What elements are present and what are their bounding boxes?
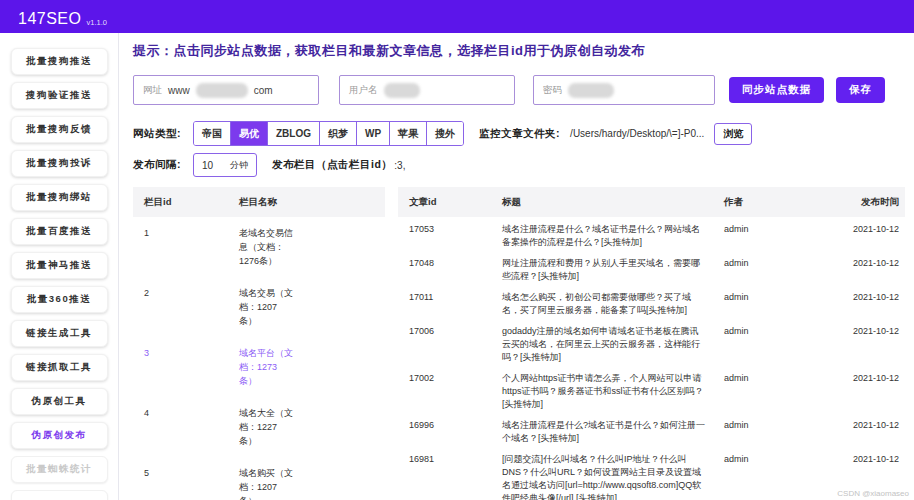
article-author-cell: admin xyxy=(713,372,801,411)
site-type-tab-4[interactable]: WP xyxy=(356,122,389,145)
article-id-cell: 17011 xyxy=(398,291,491,317)
sidebar-item-12: 批量蜘蛛统计 xyxy=(11,456,108,483)
article-date-cell: 2021-10-12 xyxy=(801,223,905,249)
watermark: CSDN @xiaomaseo xyxy=(837,489,909,498)
article-id-cell: 17002 xyxy=(398,372,491,411)
sidebar-item-6[interactable]: 批量神马推送 xyxy=(11,252,108,279)
column-id-header: 栏目id xyxy=(133,196,228,209)
article-author-cell: admin xyxy=(713,419,801,445)
sidebar-item-label: 伪原创发布 xyxy=(32,429,87,442)
publish-column-value: :3, xyxy=(394,160,405,171)
article-title-cell: 域名怎么购买，初创公司都需要做哪些？买了域名，买了阿里云服务器，能备案了吗[头推… xyxy=(491,291,713,317)
article-row: 17011 域名怎么购买，初创公司都需要做哪些？买了域名，买了阿里云服务器，能备… xyxy=(398,289,905,319)
sidebar-item-8[interactable]: 链接生成工具 xyxy=(11,320,108,347)
article-title-header: 标题 xyxy=(491,196,713,209)
article-date-cell: 2021-10-12 xyxy=(801,325,905,364)
site-type-tab-5[interactable]: 苹果 xyxy=(389,122,426,145)
articles-table-header: 文章id 标题 作者 发布时间 xyxy=(398,187,905,217)
column-row[interactable]: 1 老域名交易信息（文档：1276条） xyxy=(133,217,385,277)
sidebar-item-13 xyxy=(11,490,108,500)
sidebar-item-9[interactable]: 链接抓取工具 xyxy=(11,354,108,381)
main-content: 提示：点击同步站点数据，获取栏目和最新文章信息，选择栏目id用于伪原创自动发布 … xyxy=(119,33,914,500)
column-name-cell: 域名购买（文档：1207条） xyxy=(228,466,385,500)
sidebar-item-label: 批量蜘蛛统计 xyxy=(26,463,92,476)
column-id-cell[interactable]: 4 xyxy=(133,406,228,448)
tables-area: 栏目id 栏目名称 1 老域名交易信息（文档：1276条） 2 域名交易（文档：… xyxy=(133,187,905,500)
site-form: 网址 www com 用户名 密码 同步站点数据 保存 xyxy=(133,75,905,105)
sync-site-data-button[interactable]: 同步站点数据 xyxy=(729,77,824,103)
article-row: 17048 网址注册流程和费用？从别人手里买域名，需要哪些流程？[头推特加] a… xyxy=(398,255,905,285)
column-id-cell[interactable]: 2 xyxy=(133,286,228,328)
interval-row: 发布间隔: 10 分钟 发布栏目（点击栏目id） :3, xyxy=(133,153,905,177)
columns-table: 栏目id 栏目名称 1 老域名交易信息（文档：1276条） 2 域名交易（文档：… xyxy=(133,187,385,500)
monitor-folder-path: /Users/hardy/Desktop/\=]-P0... xyxy=(570,128,704,139)
sidebar-item-label: 批量搜狗绑站 xyxy=(26,191,92,204)
articles-table: 文章id 标题 作者 发布时间 17053 域名注册流程是什么？域名证书是什么？… xyxy=(398,187,905,500)
sidebar-item-5[interactable]: 批量百度推送 xyxy=(11,218,108,245)
columns-table-body: 1 老域名交易信息（文档：1276条） 2 域名交易（文档：1207条） 3 域… xyxy=(133,217,385,500)
article-date-cell: 2021-10-12 xyxy=(801,372,905,411)
browse-button[interactable]: 浏览 xyxy=(714,123,752,145)
form-buttons: 同步站点数据 保存 xyxy=(729,77,885,103)
sidebar-item-10[interactable]: 伪原创工具 xyxy=(11,388,108,415)
app-version: v1.1.0 xyxy=(86,19,106,28)
publish-column-label: 发布栏目（点击栏目id） xyxy=(272,158,392,172)
article-author-header: 作者 xyxy=(713,196,801,209)
interval-input[interactable]: 10 分钟 xyxy=(193,153,257,177)
column-name-cell: 域名平台（文档：1273条） xyxy=(228,346,385,388)
article-title-cell: [问题交流]什么叫域名？什么叫IP地址？什么叫DNS？什么叫URL？如何设置网站… xyxy=(491,453,713,500)
save-button[interactable]: 保存 xyxy=(836,77,885,103)
article-id-cell: 17006 xyxy=(398,325,491,364)
sidebar-item-label: 搜狗验证推送 xyxy=(26,89,92,102)
article-id-header: 文章id xyxy=(398,196,491,209)
url-value-suffix: com xyxy=(254,85,273,96)
sidebar-item-1[interactable]: 搜狗验证推送 xyxy=(11,82,108,109)
column-row[interactable]: 3 域名平台（文档：1273条） xyxy=(133,337,385,397)
article-date-cell: 2021-10-12 xyxy=(801,257,905,283)
sidebar-item-0[interactable]: 批量搜狗推送 xyxy=(11,48,108,75)
article-row: 16981 [问题交流]什么叫域名？什么叫IP地址？什么叫DNS？什么叫URL？… xyxy=(398,451,905,500)
url-value-prefix: www xyxy=(168,85,190,96)
article-row: 17053 域名注册流程是什么？域名证书是什么？网站域名备案操作的流程是什么？[… xyxy=(398,221,905,251)
sidebar-item-7[interactable]: 批量360推送 xyxy=(11,286,108,313)
site-type-tab-2[interactable]: ZBLOG xyxy=(267,122,319,145)
site-type-label: 网站类型: xyxy=(133,127,181,141)
column-id-cell[interactable]: 1 xyxy=(133,226,228,268)
password-input[interactable]: 密码 xyxy=(533,75,715,105)
sidebar-item-4[interactable]: 批量搜狗绑站 xyxy=(11,184,108,211)
site-type-tab-3[interactable]: 织梦 xyxy=(319,122,356,145)
url-input[interactable]: 网址 www com xyxy=(133,75,319,105)
sidebar-item-3[interactable]: 批量搜狗投诉 xyxy=(11,150,108,177)
article-id-cell: 17053 xyxy=(398,223,491,249)
interval-label: 发布间隔: xyxy=(133,158,181,172)
article-title-cell: 个人网站https证书申请怎么弄，个人网站可以申请https证书吗？服务器证书和… xyxy=(491,372,713,411)
app-title: 147SEO xyxy=(18,11,81,27)
username-input[interactable]: 用户名 xyxy=(339,75,515,105)
sidebar-item-label: 批量神马推送 xyxy=(26,259,92,272)
article-title-cell: 域名注册流程是什么？域名证书是什么？网站域名备案操作的流程是什么？[头推特加] xyxy=(491,223,713,249)
column-row[interactable]: 2 域名交易（文档：1207条） xyxy=(133,277,385,337)
article-row: 16996 域名注册流程是什么?域名证书是什么？如何注册一个域名？[头推特加] … xyxy=(398,417,905,447)
username-label: 用户名 xyxy=(349,84,378,97)
site-type-tab-1[interactable]: 易优 xyxy=(230,122,267,145)
sidebar: 批量搜狗推送 搜狗验证推送 批量搜狗反馈 批量搜狗投诉 批量搜狗绑站 批量百度推… xyxy=(0,33,119,500)
site-type-tab-0[interactable]: 帝国 xyxy=(194,122,230,145)
article-title-cell: godaddy注册的域名如何申请域名证书老板在腾讯云买的域名，在阿里云上买的云服… xyxy=(491,325,713,364)
article-author-cell: admin xyxy=(713,223,801,249)
column-row[interactable]: 5 域名购买（文档：1207条） xyxy=(133,457,385,500)
interval-unit: 分钟 xyxy=(230,159,248,172)
article-row: 17002 个人网站https证书申请怎么弄，个人网站可以申请https证书吗？… xyxy=(398,370,905,413)
article-id-cell: 16996 xyxy=(398,419,491,445)
site-type-tab-6[interactable]: 搜外 xyxy=(426,122,463,145)
article-id-cell: 16981 xyxy=(398,453,491,500)
sidebar-item-11[interactable]: 伪原创发布 xyxy=(11,422,108,449)
article-author-cell: admin xyxy=(713,291,801,317)
column-id-cell[interactable]: 5 xyxy=(133,466,228,500)
redacted-password-blur xyxy=(568,83,614,98)
column-id-cell[interactable]: 3 xyxy=(133,346,228,388)
article-author-cell: admin xyxy=(713,453,801,500)
redacted-url-blur xyxy=(196,83,248,98)
column-row[interactable]: 4 域名大全（文档：1227条） xyxy=(133,397,385,457)
article-date-header: 发布时间 xyxy=(801,196,905,209)
sidebar-item-2[interactable]: 批量搜狗反馈 xyxy=(11,116,108,143)
